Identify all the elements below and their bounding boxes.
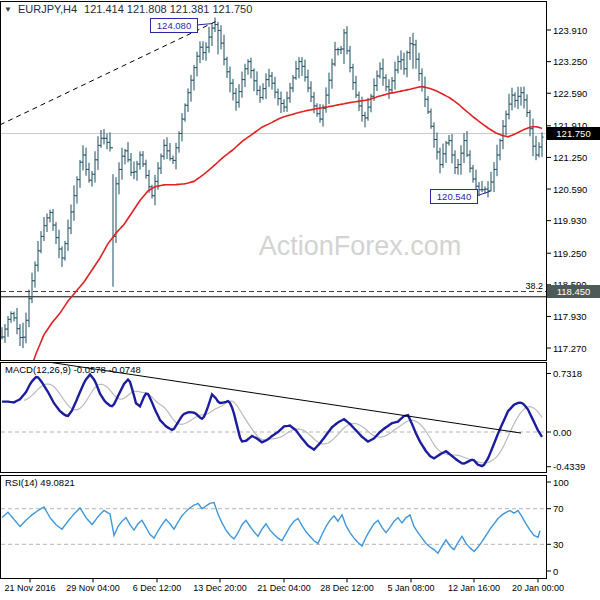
price-tick-label: 123.910 [553, 25, 587, 36]
price-tick-label: 117.270 [553, 343, 587, 354]
ohlc-bars[interactable] [2, 18, 542, 349]
macd-tick-label: 0.7318 [553, 368, 582, 379]
rsi-indicator-label: RSI(14) 49.0821 [5, 477, 75, 488]
time-tick-label: 5 Jan 08:00 [387, 583, 434, 593]
price-tick-label: 117.930 [553, 311, 587, 322]
current-price-badge: 121.750 [547, 127, 600, 140]
rsi-line[interactable] [2, 503, 540, 554]
macd-panel-border [1, 363, 547, 473]
rsi-tick-label: 0 [553, 566, 558, 577]
ohlc-values-label: 121.414 121.808 121.381 121.750 [84, 3, 252, 15]
time-tick-label: 21 Nov 2016 [4, 583, 55, 593]
time-tick-label: 6 Dec 12:00 [133, 583, 182, 593]
chevron-down-icon[interactable]: ▼ [4, 5, 12, 14]
time-tick-label: 21 Dec 04:00 [257, 583, 311, 593]
macd-panel[interactable] [1, 362, 546, 466]
rsi-tick-label: 30 [553, 539, 564, 550]
price-tick-label: 119.250 [553, 248, 587, 259]
time-tick-label: 29 Nov 04:00 [66, 583, 120, 593]
swing-high-annotation[interactable]: 124.080 [150, 18, 198, 33]
resistance-trendline[interactable] [0, 21, 217, 125]
chart-canvas[interactable] [0, 0, 600, 600]
macd-indicator-label: MACD(12,26,9) -0.0578 -0.0748 [5, 364, 141, 375]
swing-high-annotation-tail [196, 24, 213, 26]
time-tick-label: 20 Jan 00:00 [512, 583, 564, 593]
chart-title: ▼EURJPY,H4121.414 121.808 121.381 121.75… [4, 3, 252, 15]
mt4-chart-window: ActionForex.com ▼EURJPY,H4121.414 121.80… [0, 0, 600, 600]
macd-tick-label: -0.4339 [553, 461, 585, 472]
rsi-panel[interactable] [1, 503, 546, 554]
time-tick-label: 13 Dec 20:00 [193, 583, 247, 593]
rsi-panel-border [1, 476, 547, 579]
symbol-timeframe-label: EURJPY,H4 [18, 3, 77, 15]
price-tick-label: 123.250 [553, 56, 587, 67]
fib-percent-label: 38.2 [512, 281, 543, 291]
price-tick-label: 120.590 [553, 184, 587, 195]
fib-price-badge: 118.450 [547, 285, 600, 298]
time-tick-label: 28 Dec 12:00 [320, 583, 374, 593]
time-tick-label: 12 Jan 16:00 [448, 583, 500, 593]
macd-tick-label: 0.00 [553, 427, 572, 438]
macd-main-line[interactable] [2, 374, 542, 466]
price-tick-label: 122.590 [553, 88, 587, 99]
ohlc-open-close-ticks [0, 25, 543, 338]
swing-low-annotation[interactable]: 120.540 [430, 189, 478, 204]
rsi-tick-label: 70 [553, 503, 564, 514]
rsi-tick-label: 100 [553, 477, 569, 488]
price-tick-label: 119.930 [553, 215, 587, 226]
price-tick-label: 121.250 [553, 152, 587, 163]
main-panel-border [1, 2, 547, 361]
moving-average-line[interactable] [30, 87, 542, 371]
